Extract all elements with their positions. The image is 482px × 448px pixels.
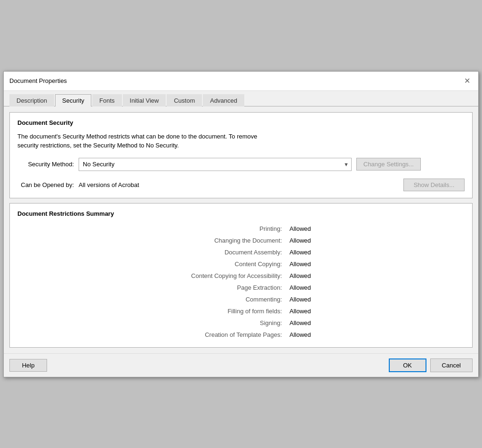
restrictions-section-title: Document Restrictions Summary: [17, 210, 465, 217]
restriction-value: Allowed: [286, 305, 465, 317]
restriction-value: Allowed: [286, 270, 465, 282]
restrictions-table: Printing:AllowedChanging the Document:Al…: [17, 223, 465, 341]
title-bar: Document Properties ✕: [4, 72, 478, 91]
tab-fonts[interactable]: Fonts: [92, 94, 122, 106]
restriction-value: Allowed: [286, 258, 465, 270]
help-button[interactable]: Help: [9, 359, 47, 372]
change-settings-button[interactable]: Change Settings...: [356, 158, 421, 171]
tab-custom[interactable]: Custom: [167, 94, 202, 106]
restriction-label: Printing:: [17, 223, 286, 235]
restriction-value: Allowed: [286, 329, 465, 341]
table-row: Content Copying:Allowed: [17, 258, 465, 270]
table-row: Printing:Allowed: [17, 223, 465, 235]
can-be-opened-row: Can be Opened by: All versions of Acroba…: [17, 179, 465, 191]
security-method-dropdown[interactable]: No Security: [79, 158, 352, 171]
restriction-label: Changing the Document:: [17, 235, 286, 246]
dialog-window: Document Properties ✕ Description Securi…: [3, 71, 479, 377]
table-row: Filling of form fields:Allowed: [17, 305, 465, 317]
restriction-value: Allowed: [286, 235, 465, 246]
tab-initial-view[interactable]: Initial View: [123, 94, 166, 106]
restrictions-panel: Document Restrictions Summary Printing:A…: [9, 203, 473, 348]
close-button[interactable]: ✕: [461, 75, 473, 87]
security-method-row: Security Method: No Security ▼ Change Se…: [17, 158, 465, 171]
security-desc-line2: security restrictions, set the Security …: [17, 142, 179, 149]
security-section-title: Document Security: [17, 119, 465, 126]
security-method-controls: No Security ▼ Change Settings...: [79, 158, 465, 171]
dialog-content: Document Security The document's Securit…: [4, 106, 478, 353]
document-security-panel: Document Security The document's Securit…: [9, 112, 473, 198]
can-be-opened-label: Can be Opened by:: [17, 181, 79, 188]
show-details-button[interactable]: Show Details...: [403, 179, 465, 191]
dialog-title: Document Properties: [9, 77, 67, 84]
can-be-opened-value: All versions of Acrobat: [79, 181, 139, 188]
table-row: Signing:Allowed: [17, 317, 465, 329]
table-row: Commenting:Allowed: [17, 293, 465, 305]
restriction-label: Creation of Template Pages:: [17, 329, 286, 341]
restriction-label: Signing:: [17, 317, 286, 329]
tab-security[interactable]: Security: [55, 94, 91, 106]
tab-description[interactable]: Description: [9, 94, 54, 106]
dialog-footer: Help OK Cancel: [4, 353, 478, 377]
restriction-value: Allowed: [286, 223, 465, 235]
table-row: Changing the Document:Allowed: [17, 235, 465, 246]
table-row: Content Copying for Accessibility:Allowe…: [17, 270, 465, 282]
tab-bar: Description Security Fonts Initial View …: [4, 91, 478, 106]
restriction-value: Allowed: [286, 246, 465, 258]
restriction-label: Content Copying for Accessibility:: [17, 270, 286, 282]
restriction-value: Allowed: [286, 317, 465, 329]
table-row: Creation of Template Pages:Allowed: [17, 329, 465, 341]
security-method-label: Security Method:: [17, 161, 79, 168]
ok-button[interactable]: OK: [389, 358, 426, 372]
table-row: Document Assembly:Allowed: [17, 246, 465, 258]
table-row: Page Extraction:Allowed: [17, 282, 465, 293]
restriction-label: Document Assembly:: [17, 246, 286, 258]
restriction-label: Content Copying:: [17, 258, 286, 270]
security-method-dropdown-wrapper: No Security ▼: [79, 158, 352, 171]
tab-advanced[interactable]: Advanced: [203, 94, 244, 106]
cancel-button[interactable]: Cancel: [430, 358, 473, 372]
restriction-label: Commenting:: [17, 293, 286, 305]
restriction-value: Allowed: [286, 293, 465, 305]
restriction-label: Filling of form fields:: [17, 305, 286, 317]
restriction-value: Allowed: [286, 282, 465, 293]
security-description: The document's Security Method restricts…: [17, 132, 465, 150]
footer-right-buttons: OK Cancel: [389, 358, 473, 372]
restriction-label: Page Extraction:: [17, 282, 286, 293]
security-desc-line1: The document's Security Method restricts…: [17, 133, 257, 140]
